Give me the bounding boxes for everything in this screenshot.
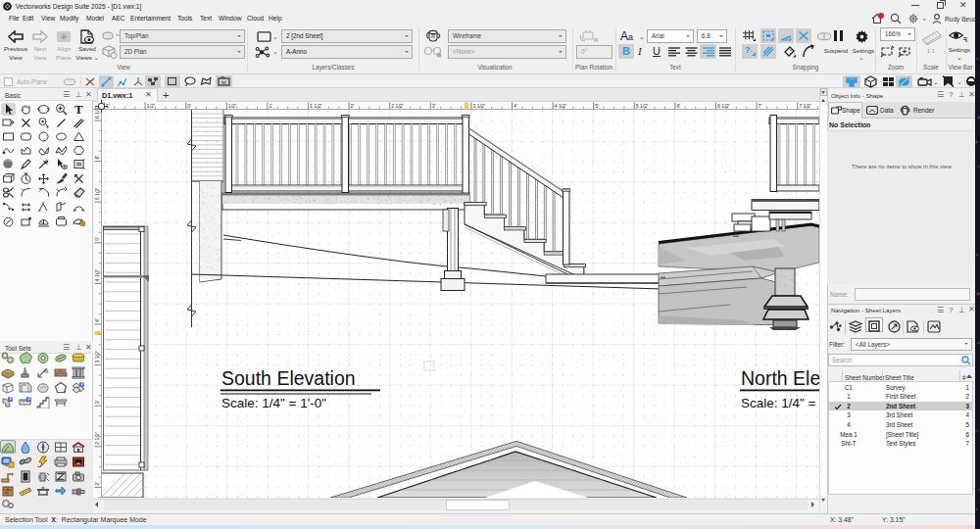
svg-text:4': 4' <box>514 103 517 109</box>
svg-text:North Ele: North Ele <box>741 367 819 389</box>
svg-text:4': 4' <box>94 318 100 322</box>
svg-text:3': 3' <box>94 400 100 404</box>
svg-text:0': 0' <box>187 103 191 109</box>
svg-text:4 1/2': 4 1/2' <box>94 269 100 282</box>
svg-text:South Elevation: South Elevation <box>221 367 356 389</box>
svg-text:4 1/2': 4 1/2' <box>555 103 567 109</box>
svg-text:1/2': 1/2' <box>147 103 155 109</box>
svg-text:7 1/2': 7 1/2' <box>799 103 811 109</box>
svg-text:3 1/2': 3 1/2' <box>472 103 485 109</box>
svg-text:5': 5' <box>595 103 599 109</box>
svg-text:5 1/2': 5 1/2' <box>636 103 649 109</box>
svg-text:1/2': 1/2' <box>228 103 236 109</box>
svg-text:5': 5' <box>94 237 100 241</box>
svg-text:Scale: 1/4" =: Scale: 1/4" = <box>741 396 816 410</box>
svg-text:2 1/2': 2 1/2' <box>391 103 404 109</box>
svg-text:6': 6' <box>676 103 680 109</box>
svg-text:1': 1' <box>269 103 272 109</box>
svg-text:1 1/2': 1 1/2' <box>310 103 322 109</box>
svg-text:Scale: 1/4" = 1'-0": Scale: 1/4" = 1'-0" <box>221 396 326 410</box>
svg-text:3': 3' <box>432 103 436 109</box>
svg-text:2 1/2': 2 1/2' <box>94 432 100 445</box>
svg-text:2': 2' <box>94 482 100 486</box>
svg-text:5 1/2': 5 1/2' <box>94 188 100 201</box>
svg-text:2': 2' <box>351 103 355 109</box>
svg-text:6 1/2': 6 1/2' <box>717 103 730 109</box>
svg-text:3 1/2': 3 1/2' <box>94 351 100 363</box>
svg-text:6': 6' <box>94 156 100 160</box>
svg-text:7': 7' <box>759 103 762 109</box>
